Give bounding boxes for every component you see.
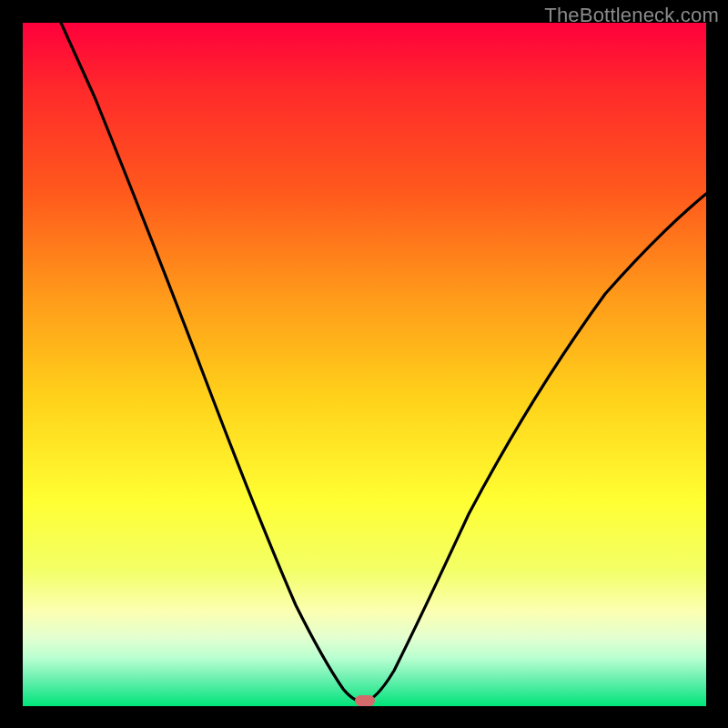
plot-area (23, 23, 706, 706)
watermark-text: TheBottleneck.com (544, 4, 719, 27)
chart-container: TheBottleneck.com (0, 0, 728, 728)
optimal-point-marker (355, 695, 375, 706)
bottleneck-curve (23, 23, 706, 706)
